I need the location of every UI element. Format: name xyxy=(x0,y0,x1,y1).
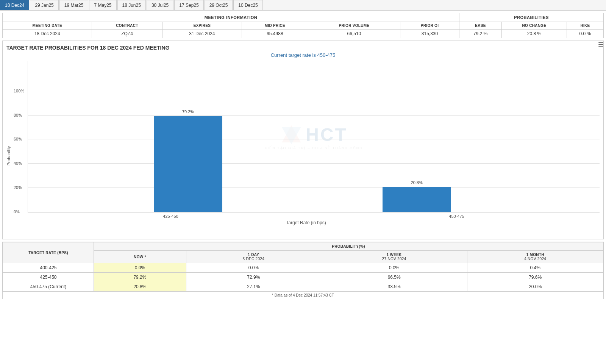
watermark: HCT KIẾN TẠO GIÁ TRỊ – CHIA SẺ THÀNH CÔN… xyxy=(265,123,363,150)
probabilities-header: PROBABILITIES xyxy=(459,13,603,22)
x-label-425-450: 425-450 xyxy=(163,214,178,219)
probability-cell: 0.4% xyxy=(467,263,603,273)
tab-17sep25[interactable]: 17 Sep25 xyxy=(174,0,203,10)
probability-header: PROBABILITY(%) xyxy=(94,242,603,251)
y-axis-label: Probability xyxy=(6,61,11,235)
meeting-info-cell: 31 Dec 2024 xyxy=(162,30,242,38)
prob-cell: 20.8 % xyxy=(502,30,567,38)
probability-cell: 33.5% xyxy=(321,282,467,292)
footnote: * Data as of 4 Dec 2024 11:57:43 CT xyxy=(3,292,603,299)
col-header-expires: EXPIRES xyxy=(162,22,242,30)
col-header-prior-oi: PRIOR OI xyxy=(400,22,459,30)
meeting-info-header: MEETING INFORMATION xyxy=(3,13,459,22)
bottom-table: TARGET RATE (BPS) PROBABILITY(%) NOW *1 … xyxy=(3,242,603,292)
probability-cell: 72.9% xyxy=(186,273,321,282)
probability-cell: 20.0% xyxy=(467,282,603,292)
meeting-section: MEETING INFORMATION MEETING DATECONTRACT… xyxy=(2,13,604,38)
meeting-info-cell: 66,510 xyxy=(308,30,400,38)
rate-cell: 425-450 xyxy=(3,273,94,282)
meeting-info-table: MEETING DATECONTRACTEXPIRESMID PRICEPRIO… xyxy=(3,22,459,38)
tab-29oct25[interactable]: 29 Oct25 xyxy=(205,0,233,10)
target-rate-header: TARGET RATE (BPS) xyxy=(3,242,94,263)
tab-7may25[interactable]: 7 May25 xyxy=(89,0,116,10)
probability-cell: 27.1% xyxy=(186,282,321,292)
tab-10dec25[interactable]: 10 Dec25 xyxy=(233,0,262,10)
probability-cell: 79.6% xyxy=(467,273,603,282)
col-header-mid-price: MID PRICE xyxy=(242,22,308,30)
chart-plot: HCT KIẾN TẠO GIÁ TRỊ – CHIA SẺ THÀNH CÔN… xyxy=(28,61,600,212)
time-header-1-month: 1 MONTH4 NOV 2024 xyxy=(467,251,603,263)
tab-29jan25[interactable]: 29 Jan25 xyxy=(30,0,58,10)
chart-container: Probability HCT KIẾN TẠO GIÁ TRỊ – CHIA … xyxy=(6,61,600,235)
rate-cell: 450-475 (Current) xyxy=(3,282,94,292)
x-label-450-475: 450-475 xyxy=(449,214,464,219)
chart-title: TARGET RATE PROBABILITIES FOR 18 DEC 202… xyxy=(6,45,600,51)
svg-marker-0 xyxy=(282,125,301,142)
probabilities-table: EASENO CHANGEHIKE 79.2 %20.8 %0.0 % xyxy=(459,22,603,38)
prob-col-no change: NO CHANGE xyxy=(502,22,567,30)
probability-cell: 20.8% xyxy=(94,282,186,292)
col-header-prior-volume: PRIOR VOLUME xyxy=(308,22,400,30)
menu-icon[interactable]: ☰ xyxy=(598,41,603,48)
tab-18dec24[interactable]: 18 Dec24 xyxy=(0,0,29,10)
chart-subtitle: Current target rate is 450-475 xyxy=(6,52,600,58)
svg-marker-1 xyxy=(282,127,301,144)
chart-section: TARGET RATE PROBABILITIES FOR 18 DEC 202… xyxy=(2,41,604,239)
probability-cell: 0.0% xyxy=(321,263,467,273)
bar-450-475: 20.8% xyxy=(383,187,451,212)
probability-cell: 0.0% xyxy=(186,263,321,273)
col-header-meeting-date: MEETING DATE xyxy=(3,22,92,30)
probability-cell: 66.5% xyxy=(321,273,467,282)
meeting-info-cell: 95.4988 xyxy=(242,30,308,38)
time-header-1-week: 1 WEEK27 NOV 2024 xyxy=(321,251,467,263)
bar-425-450: 79.2% xyxy=(154,116,222,212)
rate-cell: 400-425 xyxy=(3,263,94,273)
probabilities-block: PROBABILITIES EASENO CHANGEHIKE 79.2 %20… xyxy=(459,13,603,38)
time-header-now-*: NOW * xyxy=(94,251,186,263)
prob-col-hike: HIKE xyxy=(567,22,603,30)
tab-18jun25[interactable]: 18 Jun25 xyxy=(117,0,146,10)
bottom-table-section: TARGET RATE (BPS) PROBABILITY(%) NOW *1 … xyxy=(2,242,604,299)
tab-30jul25[interactable]: 30 Jul25 xyxy=(147,0,173,10)
tabs-bar: 18 Dec2429 Jan2519 Mar257 May2518 Jun253… xyxy=(0,0,606,11)
prob-cell: 0.0 % xyxy=(567,30,603,38)
chart-inner: HCT KIẾN TẠO GIÁ TRỊ – CHIA SẺ THÀNH CÔN… xyxy=(12,61,600,235)
col-header-contract: CONTRACT xyxy=(92,22,162,30)
prob-col-ease: EASE xyxy=(459,22,502,30)
x-axis-labels: 425-450 450-475 xyxy=(28,212,600,219)
meeting-info-cell: 315,330 xyxy=(400,30,459,38)
time-header-1-day: 1 DAY3 DEC 2024 xyxy=(186,251,321,263)
probability-cell: 79.2% xyxy=(94,273,186,282)
meeting-info-block: MEETING INFORMATION MEETING DATECONTRACT… xyxy=(3,13,459,38)
meeting-info-cell: ZQZ4 xyxy=(92,30,162,38)
prob-cell: 79.2 % xyxy=(459,30,502,38)
tab-19mar25[interactable]: 19 Mar25 xyxy=(59,0,89,10)
x-axis-title: Target Rate (in bps) xyxy=(12,220,600,225)
meeting-info-cell: 18 Dec 2024 xyxy=(3,30,92,38)
probability-cell: 0.0% xyxy=(94,263,186,273)
